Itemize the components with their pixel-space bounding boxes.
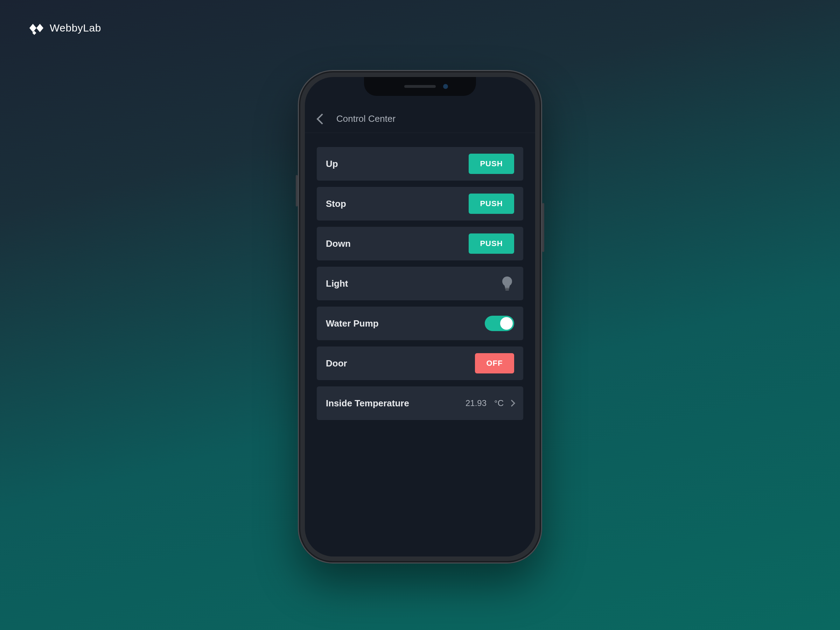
- push-button-up[interactable]: PUSH: [469, 154, 514, 174]
- door-off-button[interactable]: OFF: [475, 353, 514, 373]
- temperature-unit: °C: [494, 398, 504, 408]
- control-label: Light: [326, 278, 348, 289]
- control-row-temperature[interactable]: Inside Temperature 21.93 °C: [317, 387, 523, 420]
- control-row-stop: Stop PUSH: [317, 187, 523, 221]
- chevron-right-icon[interactable]: [508, 400, 515, 407]
- brand-name: WebbyLab: [50, 22, 101, 34]
- svg-point-1: [502, 276, 512, 286]
- water-pump-toggle[interactable]: [485, 316, 514, 331]
- control-row-down: Down PUSH: [317, 227, 523, 261]
- phone-frame: Control Center Up PUSH Stop PUSH Down PU…: [298, 70, 542, 564]
- control-label: Door: [326, 358, 347, 369]
- back-icon[interactable]: [316, 114, 327, 124]
- temperature-value: 21.93: [466, 398, 486, 408]
- control-label: Down: [326, 238, 351, 249]
- speaker-grille: [404, 85, 436, 88]
- app-header: Control Center: [305, 105, 535, 133]
- toggle-knob: [500, 317, 513, 330]
- control-row-water-pump: Water Pump: [317, 306, 523, 340]
- push-button-down[interactable]: PUSH: [469, 234, 514, 254]
- page-title: Control Center: [336, 114, 395, 124]
- push-button-stop[interactable]: PUSH: [469, 194, 514, 214]
- control-row-light[interactable]: Light: [317, 267, 523, 300]
- control-row-up: Up PUSH: [317, 147, 523, 181]
- controls-list: Up PUSH Stop PUSH Down PUSH Light: [317, 147, 523, 420]
- lightbulb-icon[interactable]: [500, 275, 514, 292]
- control-label: Inside Temperature: [326, 398, 409, 409]
- control-label: Up: [326, 159, 338, 169]
- svg-rect-2: [505, 288, 509, 289]
- control-label: Water Pump: [326, 318, 379, 329]
- svg-rect-3: [505, 289, 509, 291]
- control-row-door: Door OFF: [317, 346, 523, 380]
- control-label: Stop: [326, 199, 346, 209]
- temperature-readout: 21.93 °C: [466, 398, 514, 408]
- phone-screen: Control Center Up PUSH Stop PUSH Down PU…: [305, 77, 535, 556]
- brand-logo: WebbyLab: [25, 21, 101, 35]
- phone-notch: [364, 77, 476, 96]
- front-camera: [443, 84, 448, 89]
- webbylab-icon: [25, 21, 44, 35]
